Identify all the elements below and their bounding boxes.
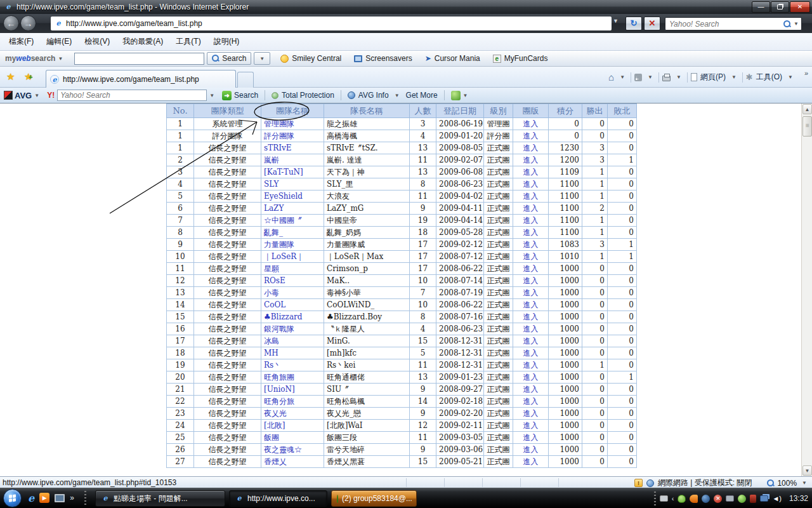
menu-file[interactable]: 檔案(F) xyxy=(3,34,40,49)
network-icon[interactable] xyxy=(760,495,768,502)
volume-icon[interactable]: ◄) xyxy=(772,495,782,502)
total-protection-button[interactable]: Total Protection xyxy=(272,91,334,100)
cell-board-link[interactable]: 進入 xyxy=(513,166,549,178)
avg-extra-icon[interactable] xyxy=(451,91,461,100)
cell-board-link[interactable]: 進入 xyxy=(513,190,549,203)
start-button[interactable] xyxy=(3,489,22,507)
column-header-10[interactable]: 敗北 xyxy=(608,104,637,118)
cell-team-name[interactable]: 銀河戰隊 xyxy=(261,323,324,335)
scroll-down-arrow[interactable]: ▼ xyxy=(802,465,812,476)
rss-dropdown-icon[interactable]: ▼ xyxy=(645,74,655,80)
gear-icon[interactable]: ✱ xyxy=(746,72,753,82)
cell-team-name[interactable]: LaZY xyxy=(261,203,324,215)
cell-board-link[interactable]: 進入 xyxy=(513,384,549,396)
restore-button[interactable] xyxy=(771,1,789,13)
security-alert-icon[interactable]: ✕ xyxy=(714,495,722,503)
menu-tools[interactable]: 工具(T) xyxy=(169,34,207,49)
cell-board-link[interactable]: 進入 xyxy=(513,371,549,384)
cell-team-name[interactable]: ROsE xyxy=(261,275,324,287)
stop-button[interactable]: ✕ xyxy=(644,17,660,30)
cell-team-name[interactable]: 星願 xyxy=(261,263,324,275)
avg-search-dropdown-icon[interactable]: ▼ xyxy=(207,93,217,98)
cell-board-link[interactable]: 進入 xyxy=(513,130,549,142)
avg-dropdown-icon[interactable]: ▼ xyxy=(32,93,42,98)
power-plug-icon[interactable] xyxy=(750,495,756,503)
cell-team-name[interactable]: sTRIvE xyxy=(261,142,324,154)
cell-board-link[interactable]: 進入 xyxy=(513,251,549,263)
rss-icon[interactable] xyxy=(634,74,642,81)
cell-board-link[interactable]: 進入 xyxy=(513,263,549,275)
zoom-control[interactable]: 100% ▼ xyxy=(767,479,809,488)
cell-team-name[interactable]: 旺角分旅 xyxy=(261,396,324,408)
home-icon[interactable]: ⌂ xyxy=(608,72,614,83)
media-player-icon[interactable]: ▶ xyxy=(39,493,49,503)
cell-board-link[interactable]: 進入 xyxy=(513,215,549,227)
cell-board-link[interactable]: 進入 xyxy=(513,335,549,347)
myfuncards-link[interactable]: e MyFunCards xyxy=(487,54,554,63)
cell-board-link[interactable]: 進入 xyxy=(513,420,549,432)
forward-button[interactable]: → xyxy=(20,15,36,31)
task-button-2[interactable]: e http://www.ipve.co... xyxy=(229,490,327,507)
cell-board-link[interactable]: 進入 xyxy=(513,203,549,215)
toolbar-search-box[interactable]: ▼ xyxy=(665,17,802,30)
close-button[interactable]: ✕ xyxy=(790,1,810,13)
menu-favorites[interactable]: 我的最愛(A) xyxy=(116,34,169,49)
avg-tray-icon[interactable] xyxy=(702,495,710,503)
column-header-6[interactable]: 級別 xyxy=(484,104,513,118)
mywebsearch-search-button[interactable]: Search xyxy=(207,52,251,65)
cell-board-link[interactable]: 進入 xyxy=(513,227,549,239)
search-icon[interactable] xyxy=(783,20,791,28)
cell-team-name[interactable]: 冰島 xyxy=(261,335,324,347)
refresh-button[interactable]: ↻ xyxy=(625,17,642,30)
tray-collapse-icon[interactable]: ‹ xyxy=(672,495,674,502)
column-header-4[interactable]: 人數 xyxy=(410,104,436,118)
avg-info-button[interactable]: AVG Info ▼ xyxy=(348,91,402,100)
menu-view[interactable]: 檢視(V) xyxy=(78,34,116,49)
cell-team-name[interactable]: 香煙乂 xyxy=(261,456,324,468)
cell-team-name[interactable]: SLY xyxy=(261,178,324,190)
zoom-dropdown-icon[interactable]: ▼ xyxy=(799,480,809,486)
cell-team-name[interactable]: 旺角旅團 xyxy=(261,371,324,384)
cell-board-link[interactable]: 進入 xyxy=(513,299,549,311)
tools-menu[interactable]: 工具(O) xyxy=(756,72,782,83)
home-dropdown-icon[interactable]: ▼ xyxy=(617,74,627,80)
cell-board-link[interactable]: 進入 xyxy=(513,396,549,408)
tab-active[interactable]: e http://www.ipve.com/game/team_list.php xyxy=(46,70,236,88)
menu-help[interactable]: 說明(H) xyxy=(207,34,246,49)
display-tray-icon[interactable] xyxy=(726,495,734,502)
cell-board-link[interactable]: 進入 xyxy=(513,323,549,335)
menu-edit[interactable]: 編輯(E) xyxy=(40,34,78,49)
messenger-tray-icon[interactable] xyxy=(678,495,686,503)
cell-team-name[interactable]: 小毒 xyxy=(261,287,324,299)
cell-board-link[interactable]: 進入 xyxy=(513,311,549,323)
cell-board-link[interactable]: 進入 xyxy=(513,359,549,371)
column-header-8[interactable]: 積分 xyxy=(549,104,582,118)
page-dropdown-icon[interactable]: ▼ xyxy=(729,74,739,80)
avg-search-input[interactable] xyxy=(57,90,207,101)
cell-board-link[interactable]: 進入 xyxy=(513,118,549,130)
quicklaunch-overflow-chevron[interactable]: » xyxy=(70,493,74,502)
cell-board-link[interactable]: 進入 xyxy=(513,347,549,359)
cell-team-name[interactable]: ☆中國團〞 xyxy=(261,215,324,227)
search-dropdown-icon[interactable]: ▼ xyxy=(791,21,801,27)
cell-board-link[interactable]: 進入 xyxy=(513,287,549,299)
column-header-2[interactable]: 團隊名稱 xyxy=(261,104,324,118)
new-tab-stub[interactable] xyxy=(237,72,254,88)
address-bar[interactable]: e http://www.ipve.com/game/team_list.php xyxy=(51,17,612,30)
cell-board-link[interactable]: 進入 xyxy=(513,456,549,468)
keyboard-input-icon[interactable] xyxy=(660,495,668,502)
mywebsearch-search-dropdown[interactable]: ▼ xyxy=(254,52,270,65)
mywebsearch-input[interactable] xyxy=(74,53,204,65)
avg-search-button[interactable]: ➜ Search xyxy=(222,91,258,100)
print-dropdown-icon[interactable]: ▼ xyxy=(674,74,684,80)
favorites-star-icon[interactable]: ★ xyxy=(6,71,15,83)
address-dropdown-icon[interactable]: ▼ xyxy=(613,18,619,24)
cell-team-name[interactable]: ♣Blizzard xyxy=(261,311,324,323)
get-more-button[interactable]: Get More xyxy=(406,91,438,100)
column-header-1[interactable]: 團隊類型 xyxy=(194,104,261,118)
cursor-mania-link[interactable]: ➤ Cursor Mania xyxy=(419,54,487,63)
cell-team-name[interactable]: [UnioN] xyxy=(261,384,324,396)
cell-team-name[interactable]: MH xyxy=(261,347,324,359)
cell-board-link[interactable]: 進入 xyxy=(513,142,549,154)
cell-team-name[interactable]: 管理團隊 xyxy=(261,118,324,130)
